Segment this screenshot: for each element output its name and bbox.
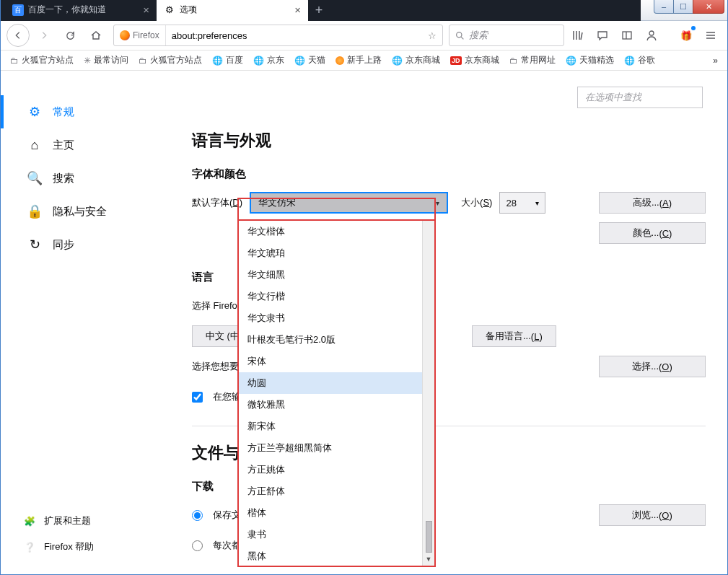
bookmark-item[interactable]: 🌐京东商城 xyxy=(388,53,444,68)
window-maximize-button[interactable]: ☐ xyxy=(673,0,693,14)
reload-button[interactable] xyxy=(58,24,82,47)
category-home[interactable]: ⌂主页 xyxy=(1,128,170,162)
bookmark-item[interactable]: ✳最常访问 xyxy=(80,53,132,68)
bookmark-item[interactable]: JD京东商城 xyxy=(447,53,503,68)
always-ask-radio[interactable] xyxy=(192,540,203,551)
spellcheck-checkbox[interactable] xyxy=(192,392,203,403)
font-size-select[interactable]: 28▾ xyxy=(499,192,545,214)
gear-icon: ⚙ xyxy=(27,104,43,120)
search-icon: 🔍 xyxy=(27,170,43,186)
bookmark-item[interactable]: 🌐天猫精选 xyxy=(562,53,618,68)
window-close-button[interactable]: ✕ xyxy=(693,0,724,14)
save-to-radio[interactable] xyxy=(192,510,203,521)
new-tab-button[interactable]: + xyxy=(308,0,330,21)
gear-icon: ✳ xyxy=(84,56,91,66)
sync-icon: ↻ xyxy=(27,237,43,253)
svg-point-2 xyxy=(649,31,654,35)
font-option[interactable]: 方正舒体 xyxy=(239,480,422,502)
identity-box[interactable]: Firefox xyxy=(114,25,166,45)
font-option[interactable]: 方正姚体 xyxy=(239,459,422,480)
profile-button[interactable] xyxy=(641,25,662,46)
help-icon: ❔ xyxy=(24,542,35,553)
folder-icon: 🗀 xyxy=(139,56,147,66)
folder-icon: 🗀 xyxy=(10,56,19,66)
advanced-fonts-button[interactable]: 高级...(A) xyxy=(599,192,706,214)
bookmark-item[interactable]: 🗀火狐官方站点 xyxy=(6,53,77,68)
dropdown-scrollbar[interactable]: ▼ xyxy=(422,221,434,566)
bookmark-item[interactable]: 🌐天猫 xyxy=(291,53,329,68)
font-option[interactable]: 微软雅黑 xyxy=(239,394,422,416)
choose-firefox-label: 选择 Firefox xyxy=(192,299,242,312)
url-input[interactable] xyxy=(166,30,422,41)
font-option[interactable]: 华文隶书 xyxy=(239,307,422,329)
bookmarks-toolbar: 🗀火狐官方站点 ✳最常访问 🗀火狐官方站点 🌐百度 🌐京东 🌐天猫 新手上路 🌐… xyxy=(1,51,727,71)
chevron-down-icon: ▾ xyxy=(436,199,439,207)
firefox-icon xyxy=(336,56,344,65)
lock-icon: 🔒 xyxy=(27,203,43,219)
category-sync[interactable]: ↻同步 xyxy=(1,228,170,261)
category-general[interactable]: ⚙常规 xyxy=(1,95,170,128)
browse-button[interactable]: 浏览...(O) xyxy=(599,504,706,526)
category-privacy[interactable]: 🔒隐私与安全 xyxy=(1,195,170,228)
bookmark-item[interactable]: 🗀常用网址 xyxy=(506,53,559,68)
font-option[interactable]: 幼圆 xyxy=(239,372,422,394)
window-minimize-button[interactable]: – xyxy=(654,0,674,14)
select-languages-button[interactable]: 选择...(O) xyxy=(599,356,706,377)
font-option[interactable]: 楷体 xyxy=(239,502,422,524)
chat-icon xyxy=(597,30,608,41)
svg-point-0 xyxy=(457,32,462,37)
tab-close-icon[interactable]: × xyxy=(294,4,301,16)
gift-icon: 🎁 xyxy=(680,30,692,41)
default-font-select[interactable]: 华文仿宋 ▾ xyxy=(250,192,448,214)
menu-button[interactable] xyxy=(700,25,722,46)
tab-strip: 百 百度一下，你就知道 × ⚙ 选项 × + xyxy=(1,0,641,21)
sidebar-button[interactable] xyxy=(616,25,638,46)
scrollbar-thumb[interactable] xyxy=(426,521,432,553)
reload-icon xyxy=(65,30,76,41)
search-bar[interactable]: 搜索 xyxy=(449,25,564,46)
font-option[interactable]: 新宋体 xyxy=(239,416,422,437)
category-search[interactable]: 🔍搜索 xyxy=(1,162,170,195)
font-option[interactable]: 华文细黑 xyxy=(239,264,422,286)
alternative-languages-button[interactable]: 备用语言...(L) xyxy=(472,325,556,347)
font-option[interactable]: 华文楷体 xyxy=(239,221,422,242)
font-option[interactable]: 叶根友毛笔行书2.0版 xyxy=(239,329,422,351)
fonts-heading: 字体和颜色 xyxy=(192,167,706,181)
url-bar[interactable]: Firefox ☆ xyxy=(113,25,443,46)
hamburger-icon xyxy=(705,30,716,41)
home-button[interactable] xyxy=(84,24,108,47)
chat-button[interactable] xyxy=(592,25,613,46)
jd-icon: JD xyxy=(450,56,462,65)
back-button[interactable] xyxy=(6,24,30,47)
baidu-favicon-icon: 百 xyxy=(12,4,24,16)
bookmark-item[interactable]: 🌐京东 xyxy=(250,53,288,68)
bookmark-star-icon[interactable]: ☆ xyxy=(422,30,442,41)
font-option[interactable]: 华文琥珀 xyxy=(239,242,422,264)
font-option[interactable]: 黑体 xyxy=(239,545,422,566)
font-option[interactable]: 宋体 xyxy=(239,351,422,372)
font-option[interactable]: 华文行楷 xyxy=(239,286,422,307)
font-option[interactable]: 隶书 xyxy=(239,524,422,545)
bookmark-item[interactable]: 🌐谷歌 xyxy=(620,53,659,68)
search-options-input[interactable]: 在选项中查找 xyxy=(577,87,703,108)
font-option[interactable]: 方正兰亭超细黑简体 xyxy=(239,437,422,459)
search-placeholder: 搜索 xyxy=(469,29,488,42)
bookmarks-overflow[interactable]: » xyxy=(709,54,722,67)
tab-preferences[interactable]: ⚙ 选项 × xyxy=(157,0,308,21)
globe-icon: 🌐 xyxy=(566,56,576,66)
tab-close-icon[interactable]: × xyxy=(143,4,149,16)
colors-button[interactable]: 颜色...(C) xyxy=(599,222,706,244)
bookmark-item[interactable]: 🌐百度 xyxy=(209,53,247,68)
help-link[interactable]: ❔Firefox 帮助 xyxy=(1,534,170,560)
library-button[interactable] xyxy=(567,25,589,46)
extensions-link[interactable]: 🧩扩展和主题 xyxy=(1,508,170,534)
puzzle-icon: 🧩 xyxy=(24,516,35,527)
font-dropdown[interactable]: 华文楷体华文琥珀华文细黑华文行楷华文隶书叶根友毛笔行书2.0版宋体幼圆微软雅黑新… xyxy=(237,219,436,567)
bookmark-item[interactable]: 新手上路 xyxy=(332,53,385,68)
scroll-down-icon[interactable]: ▼ xyxy=(426,556,432,563)
search-icon xyxy=(455,31,465,40)
tab-baidu[interactable]: 百 百度一下，你就知道 × xyxy=(5,0,157,21)
bookmark-item[interactable]: 🗀火狐官方站点 xyxy=(135,53,206,68)
gift-button[interactable]: 🎁 xyxy=(675,25,697,46)
library-icon xyxy=(572,30,584,41)
